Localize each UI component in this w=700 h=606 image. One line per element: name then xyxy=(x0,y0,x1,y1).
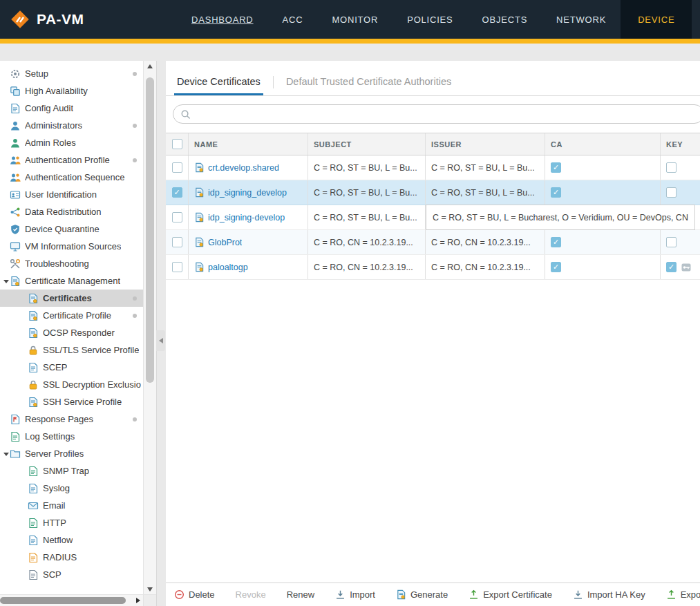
content-tabbar: Device Certificates Default Trusted Cert… xyxy=(166,61,700,96)
scroll-up-icon[interactable] xyxy=(144,61,156,72)
sidebar-item-vm-information-sources[interactable]: VM Information Sources xyxy=(0,238,144,255)
certificate-name-link[interactable]: idp_signing_develop xyxy=(208,188,287,198)
table-row[interactable]: GlobProtC = RO, CN = 10.2.3.19...C = RO,… xyxy=(166,230,700,255)
sidebar-item-snmp-trap[interactable]: SNMP Trap xyxy=(0,462,144,480)
renew-button[interactable]: Renew xyxy=(287,589,314,600)
sidebar-item-administrators[interactable]: Administrators xyxy=(0,117,144,134)
sidebar-item-netflow[interactable]: Netflow xyxy=(0,531,144,549)
sidebar-item-authentication-profile[interactable]: Authentication Profile xyxy=(0,151,144,169)
sidebar-item-admin-roles[interactable]: Admin Roles xyxy=(0,134,144,151)
sidebar-item-label: User Identification xyxy=(25,189,97,200)
sidebar-item-label: VM Information Sources xyxy=(25,241,121,252)
nav-tab-dashboard[interactable]: DASHBOARD xyxy=(177,0,268,39)
tab-default-trusted-certificate-authorities[interactable]: Default Trusted Certificate Authorities xyxy=(283,76,454,95)
row-checkbox[interactable] xyxy=(172,237,182,247)
scroll-down-icon[interactable] xyxy=(144,584,156,595)
sidebar-item-scep[interactable]: SCEP xyxy=(0,359,144,376)
search-input[interactable] xyxy=(195,108,697,120)
issuer-cell: C = RO, CN = 10.2.3.19... xyxy=(426,255,545,279)
sidebar-item-http[interactable]: HTTP xyxy=(0,514,144,531)
sidebar-item-ssl-decryption-exclusio[interactable]: SSL Decryption Exclusio xyxy=(0,376,144,393)
generate-button[interactable]: Generate xyxy=(396,589,448,600)
sidebar-item-radius[interactable]: RADIUS xyxy=(0,549,144,566)
column-header-key[interactable]: KEY xyxy=(661,133,700,155)
sidebar-item-device-quarantine[interactable]: Device Quarantine xyxy=(0,220,144,238)
ca-checkbox: ✓ xyxy=(551,262,561,272)
table-row[interactable]: idp_signing-developC = RO, ST = BU, L = … xyxy=(166,205,700,230)
sidebar-item-label: SCEP xyxy=(43,362,67,372)
sidebar-collapse-handle[interactable] xyxy=(156,330,165,351)
scroll-right-icon[interactable] xyxy=(133,595,144,606)
expand-caret-icon[interactable] xyxy=(2,276,10,286)
sidebar-item-certificate-management[interactable]: Certificate Management xyxy=(0,272,144,290)
column-header-name[interactable]: NAME xyxy=(189,133,308,155)
sidebar-item-label: HTTP xyxy=(43,518,66,528)
table-row[interactable]: crt.develop.sharedC = RO, ST = BU, L = B… xyxy=(166,155,700,180)
sidebar-item-response-pages[interactable]: Response Pages xyxy=(0,410,144,428)
column-header-issuer[interactable]: ISSUER xyxy=(426,133,545,155)
sidebar-item-scp[interactable]: SCP xyxy=(0,566,144,583)
nav-tab-device[interactable]: DEVICE xyxy=(621,0,692,39)
key-checkbox xyxy=(666,162,677,173)
sidebar-item-troubleshooting[interactable]: Troubleshooting xyxy=(0,255,144,272)
authentication-sequence-icon xyxy=(10,172,21,183)
export-certificate-button[interactable]: Export Certificate xyxy=(469,589,552,600)
delete-button[interactable]: Delete xyxy=(174,589,215,600)
column-header-subject[interactable]: SUBJECT xyxy=(308,133,426,155)
email-icon xyxy=(28,500,39,511)
netflow-icon xyxy=(28,535,39,546)
table-row[interactable]: paloaltogpC = RO, CN = 10.2.3.19...C = R… xyxy=(166,255,700,280)
row-checkbox[interactable] xyxy=(172,262,182,272)
sidebar-item-log-settings[interactable]: Log Settings xyxy=(0,428,144,445)
tab-device-certificates[interactable]: Device Certificates xyxy=(174,76,263,95)
certificate-name-link[interactable]: crt.develop.shared xyxy=(208,163,279,173)
import-button[interactable]: Import xyxy=(335,589,375,600)
select-all-checkbox[interactable] xyxy=(172,139,182,149)
certificate-name-link[interactable]: GlobProt xyxy=(208,238,242,247)
sidebar: SetupHigh AvailabilityConfig AuditAdmini… xyxy=(0,61,157,606)
horizontal-scrollbar-thumb[interactable] xyxy=(0,597,126,604)
sidebar-item-ssh-service-profile[interactable]: SSH Service Profile xyxy=(0,393,144,410)
row-checkbox[interactable] xyxy=(172,162,182,173)
sidebar-list: SetupHigh AvailabilityConfig AuditAdmini… xyxy=(0,61,144,595)
sidebar-item-syslog[interactable]: Syslog xyxy=(0,480,144,497)
sidebar-item-server-profiles[interactable]: Server Profiles xyxy=(0,445,144,462)
certificate-profile-icon xyxy=(28,310,39,321)
sidebar-vertical-scrollbar[interactable] xyxy=(143,61,156,595)
high-availability-icon xyxy=(10,86,21,97)
server-profiles-icon xyxy=(10,448,21,460)
nav-tab-acc[interactable]: ACC xyxy=(268,0,318,39)
sidebar-item-certificates[interactable]: Certificates xyxy=(0,290,144,307)
status-dot xyxy=(133,158,137,162)
nav-tab-policies[interactable]: POLICIES xyxy=(392,0,467,39)
bottom-toolbar: DeleteRevokeRenewImportGenerateExport Ce… xyxy=(166,583,700,606)
sidebar-item-ocsp-responder[interactable]: OCSP Responder xyxy=(0,324,144,341)
nav-tab-monitor[interactable]: MONITOR xyxy=(317,0,392,39)
certificate-name-link[interactable]: idp_signing-develop xyxy=(208,213,285,222)
sidebar-item-setup[interactable]: Setup xyxy=(0,65,144,82)
sidebar-item-high-availability[interactable]: High Availability xyxy=(0,82,144,100)
sidebar-item-data-redistribution[interactable]: Data Redistribution xyxy=(0,203,144,220)
certificate-name-link[interactable]: paloaltogp xyxy=(208,263,248,272)
import-ha-key-button[interactable]: Import HA Key xyxy=(573,589,645,600)
sidebar-item-ssl-tls-service-profile[interactable]: SSL/TLS Service Profile xyxy=(0,341,144,359)
column-header-ca[interactable]: CA xyxy=(545,133,661,155)
sidebar-item-email[interactable]: Email xyxy=(0,497,144,514)
table-row[interactable]: ✓idp_signing_developC = RO, ST = BU, L =… xyxy=(166,180,700,205)
nav-tab-objects[interactable]: OBJECTS xyxy=(468,0,542,39)
row-checkbox[interactable]: ✓ xyxy=(172,187,182,198)
vertical-scrollbar-thumb[interactable] xyxy=(146,77,154,383)
status-dot xyxy=(133,296,137,301)
sidebar-item-config-audit[interactable]: Config Audit xyxy=(0,100,144,117)
page-body: SetupHigh AvailabilityConfig AuditAdmini… xyxy=(0,44,700,606)
sidebar-item-authentication-sequence[interactable]: Authentication Sequence xyxy=(0,169,144,186)
ca-checkbox: ✓ xyxy=(551,162,561,173)
sidebar-item-certificate-profile[interactable]: Certificate Profile xyxy=(0,307,144,324)
expand-caret-icon[interactable] xyxy=(2,449,10,459)
subject-cell: C = RO, ST = BU, L = Bu... xyxy=(308,205,426,229)
sidebar-item-user-identification[interactable]: User Identification xyxy=(0,186,144,203)
nav-tab-network[interactable]: NETWORK xyxy=(542,0,621,39)
export-button[interactable]: Export xyxy=(666,589,700,600)
row-checkbox[interactable] xyxy=(172,212,182,222)
sidebar-horizontal-scrollbar[interactable] xyxy=(0,594,144,606)
